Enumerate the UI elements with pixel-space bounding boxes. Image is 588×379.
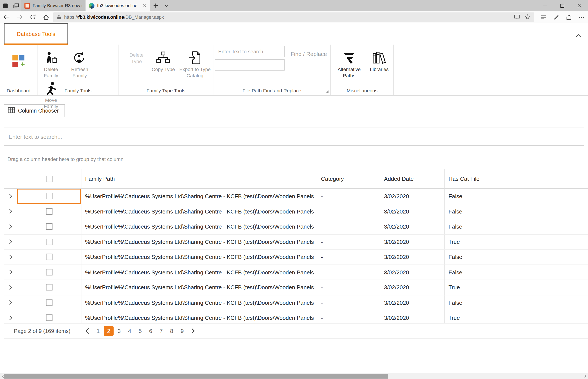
cell-added-date[interactable]: 3/02/2020 — [380, 189, 445, 204]
close-window-button[interactable] — [571, 0, 588, 11]
home-icon[interactable] — [39, 11, 52, 23]
find-replace-input[interactable] — [215, 59, 285, 70]
cell-has-cat-file[interactable]: True — [445, 280, 588, 295]
header-family-path[interactable]: Family Path — [81, 169, 317, 188]
dashboard-button[interactable] — [0, 54, 37, 69]
row-checkbox-cell[interactable] — [17, 265, 81, 280]
minimize-button[interactable] — [536, 0, 553, 11]
row-expand-chevron-icon[interactable] — [4, 204, 17, 219]
cell-added-date[interactable]: 3/02/2020 — [380, 280, 445, 295]
row-expand-chevron-icon[interactable] — [4, 280, 17, 295]
row-expand-chevron-icon[interactable] — [4, 189, 17, 204]
cell-family-path[interactable]: %UserProfile%\Caduceus Systems Ltd\Shari… — [81, 250, 317, 265]
page-button-1[interactable]: 1 — [93, 326, 103, 335]
row-checkbox[interactable] — [46, 254, 52, 260]
collapse-ribbon-chevron-up-icon[interactable] — [575, 32, 581, 39]
cell-category[interactable]: - — [317, 280, 380, 295]
back-icon[interactable] — [0, 11, 13, 23]
new-tab-button[interactable] — [150, 0, 161, 11]
copy-type-button[interactable]: Copy Type — [150, 49, 177, 73]
table-row[interactable]: %UserProfile%\Caduceus Systems Ltd\Shari… — [4, 189, 588, 204]
header-has-cat-file[interactable]: Has Cat File — [445, 169, 588, 188]
cell-family-path[interactable]: %UserProfile%\Caduceus Systems Ltd\Shari… — [81, 204, 317, 219]
row-checkbox[interactable] — [46, 299, 52, 306]
scrollbar-thumb[interactable] — [4, 374, 388, 379]
set-aside-tabs-icon[interactable] — [11, 0, 21, 11]
page-button-9[interactable]: 9 — [177, 326, 187, 335]
cell-family-path[interactable]: %UserProfile%\Caduceus Systems Ltd\Shari… — [81, 234, 317, 249]
scroll-right-chevron-icon[interactable] — [582, 373, 588, 379]
cell-has-cat-file[interactable]: True — [445, 310, 588, 323]
cell-has-cat-file[interactable]: False — [445, 189, 588, 204]
table-row[interactable]: %UserProfile%\Caduceus Systems Ltd\Shari… — [4, 265, 588, 280]
close-tab-icon[interactable] — [142, 2, 147, 9]
table-row[interactable]: %UserProfile%\Caduceus Systems Ltd\Shari… — [4, 280, 588, 295]
delete-family-button[interactable]: Delete Family — [37, 49, 64, 79]
cell-added-date[interactable]: 3/02/2020 — [380, 234, 445, 249]
table-row[interactable]: %UserProfile%\Caduceus Systems Ltd\Shari… — [4, 204, 588, 219]
find-replace-button[interactable]: Find / Replace — [291, 49, 327, 58]
cell-added-date[interactable]: 3/02/2020 — [380, 204, 445, 219]
row-checkbox[interactable] — [46, 208, 52, 215]
prev-page-chevron-icon[interactable] — [82, 328, 93, 334]
more-menu-icon[interactable] — [575, 11, 588, 23]
horizontal-scrollbar[interactable] — [0, 373, 588, 379]
browser-tab-family-browser[interactable]: Family Browser R3 now rele — [21, 0, 86, 11]
row-expand-chevron-icon[interactable] — [4, 310, 17, 323]
row-checkbox[interactable] — [46, 239, 52, 245]
header-checkbox-cell[interactable] — [17, 169, 81, 188]
maximize-button[interactable] — [554, 0, 571, 11]
move-family-button[interactable]: Move Family — [37, 80, 64, 110]
cell-category[interactable]: - — [317, 204, 380, 219]
select-all-checkbox[interactable] — [46, 176, 52, 182]
reading-view-icon[interactable] — [514, 14, 520, 20]
table-row[interactable]: %UserProfile%\Caduceus Systems Ltd\Shari… — [4, 310, 588, 323]
cell-family-path[interactable]: %UserProfile%\Caduceus Systems Ltd\Shari… — [81, 265, 317, 280]
cell-family-path[interactable]: %UserProfile%\Caduceus Systems Ltd\Shari… — [81, 189, 317, 204]
tab-database-tools[interactable]: Database Tools — [4, 23, 68, 45]
row-checkbox[interactable] — [46, 223, 52, 230]
refresh-icon[interactable] — [26, 11, 39, 23]
cell-category[interactable]: - — [317, 189, 380, 204]
refresh-family-button[interactable]: Refresh Family — [66, 49, 93, 79]
row-checkbox[interactable] — [46, 284, 52, 291]
tab-list-chevron-down-icon[interactable] — [161, 0, 172, 11]
page-button-7[interactable]: 7 — [156, 326, 166, 335]
browser-tab-kiwicodes[interactable]: fb3.kiwicodes.online — [86, 0, 150, 11]
row-checkbox[interactable] — [46, 315, 52, 321]
cell-added-date[interactable]: 3/02/2020 — [380, 310, 445, 323]
cell-has-cat-file[interactable]: False — [445, 219, 588, 234]
cell-family-path[interactable]: %UserProfile%\Caduceus Systems Ltd\Shari… — [81, 280, 317, 295]
cell-family-path[interactable]: %UserProfile%\Caduceus Systems Ltd\Shari… — [81, 295, 317, 310]
row-checkbox[interactable] — [46, 193, 52, 200]
export-type-catalog-button[interactable]: Export to Type Catalog — [179, 49, 211, 79]
table-row[interactable]: %UserProfile%\Caduceus Systems Ltd\Shari… — [4, 234, 588, 250]
share-icon[interactable] — [562, 11, 575, 23]
header-category[interactable]: Category — [317, 169, 380, 188]
cell-added-date[interactable]: 3/02/2020 — [380, 265, 445, 280]
cell-has-cat-file[interactable]: False — [445, 204, 588, 219]
row-expand-chevron-icon[interactable] — [4, 265, 17, 280]
find-search-input[interactable] — [215, 46, 285, 57]
page-button-6[interactable]: 6 — [146, 326, 155, 335]
cell-has-cat-file[interactable]: False — [445, 265, 588, 280]
table-row[interactable]: %UserProfile%\Caduceus Systems Ltd\Shari… — [4, 250, 588, 265]
hub-favorites-icon[interactable] — [537, 11, 550, 23]
favorite-star-icon[interactable] — [525, 14, 530, 20]
page-button-5[interactable]: 5 — [135, 326, 145, 335]
cell-family-path[interactable]: %UserProfile%\Caduceus Systems Ltd\Shari… — [81, 310, 317, 323]
cell-has-cat-file[interactable]: False — [445, 295, 588, 310]
cell-added-date[interactable]: 3/02/2020 — [380, 250, 445, 265]
table-row[interactable]: %UserProfile%\Caduceus Systems Ltd\Shari… — [4, 219, 588, 234]
row-expand-chevron-icon[interactable] — [4, 250, 17, 265]
cell-category[interactable]: - — [317, 265, 380, 280]
window-menu-icon[interactable] — [0, 0, 11, 11]
next-page-chevron-icon[interactable] — [187, 328, 198, 334]
row-checkbox-cell[interactable] — [17, 295, 81, 310]
cell-category[interactable]: - — [317, 219, 380, 234]
row-expand-chevron-icon[interactable] — [4, 234, 17, 249]
row-checkbox-cell[interactable] — [17, 204, 81, 219]
page-button-4[interactable]: 4 — [125, 326, 135, 335]
group-expand-corner-icon[interactable] — [326, 90, 328, 93]
row-expand-chevron-icon[interactable] — [4, 295, 17, 310]
